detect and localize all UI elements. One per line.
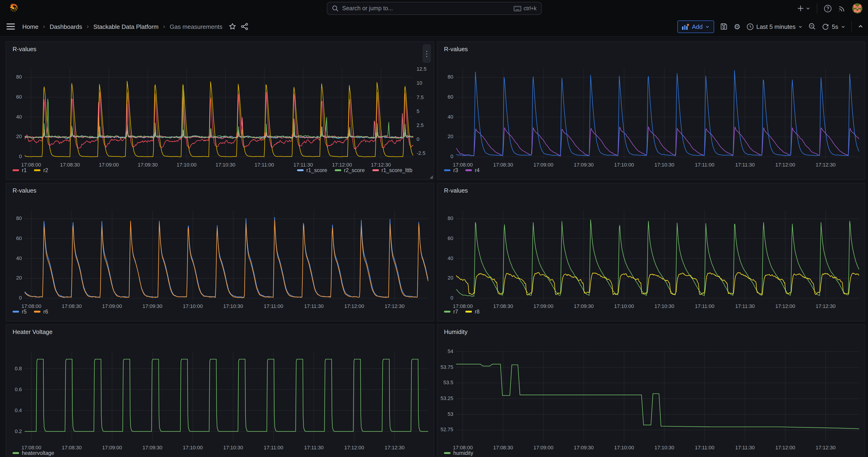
- legend-label: r1_score: [306, 167, 327, 173]
- search-input[interactable]: Search or jump to... ctrl+k: [327, 2, 541, 15]
- y-axis-label: 54: [437, 348, 453, 354]
- y-axis-label: 80: [437, 215, 453, 221]
- x-axis-label: 17:08:30: [62, 303, 82, 309]
- panel-humidity-5: Humidity52.755353.2553.553.755417:08:001…: [437, 324, 865, 457]
- y-axis-label: 52.75: [437, 427, 453, 432]
- series-r2: [25, 81, 413, 157]
- legend-item-r7[interactable]: r7: [444, 309, 458, 314]
- legend-item-r6[interactable]: r6: [34, 309, 48, 314]
- legend: r1r2r1_scorer2_scorer1_score_lttb: [12, 167, 412, 173]
- x-axis-label: 17:09:30: [143, 445, 162, 450]
- legend-item-r2_score[interactable]: r2_score: [335, 167, 365, 173]
- y-axis-label: 20: [437, 275, 453, 281]
- legend-label: r3: [453, 167, 458, 173]
- series-r8: [456, 273, 859, 295]
- legend-label: r6: [43, 309, 48, 314]
- chart-canvas[interactable]: [437, 325, 866, 457]
- x-axis-label: 17:10:30: [654, 445, 674, 450]
- legend-item-r1_score_lttb[interactable]: r1_score_lttb: [372, 167, 412, 173]
- chart-canvas[interactable]: [6, 183, 435, 322]
- legend-item-r4[interactable]: r4: [465, 167, 479, 173]
- legend-item-heatervoltage[interactable]: heatervoltage: [12, 450, 54, 456]
- breadcrumb-dashboards[interactable]: Dashboards: [50, 23, 82, 30]
- help-icon[interactable]: [824, 4, 832, 12]
- legend-item-r5[interactable]: r5: [12, 309, 27, 314]
- x-axis-label: 17:09:00: [533, 162, 554, 167]
- refresh-picker[interactable]: 5s: [822, 23, 845, 30]
- shortcut-hint: ctrl+k: [514, 6, 536, 11]
- x-axis-label: 17:09:30: [138, 162, 158, 167]
- x-axis-label: 17:10:30: [223, 445, 243, 450]
- legend-swatch: [444, 169, 451, 171]
- y-axis-label: 80: [6, 215, 22, 221]
- series-r1_score_lttb: [25, 102, 413, 139]
- chart-canvas[interactable]: [6, 42, 435, 180]
- settings-icon[interactable]: ⚙: [734, 22, 741, 31]
- grafana-logo-icon[interactable]: [9, 3, 19, 13]
- new-plus-button[interactable]: [797, 5, 810, 12]
- avatar[interactable]: [852, 3, 862, 13]
- legend-swatch: [12, 169, 19, 171]
- chevron-up-icon[interactable]: [858, 24, 863, 29]
- y-axis-label: 0.8: [6, 365, 22, 371]
- legend-swatch: [335, 169, 341, 171]
- x-axis-label: 17:12:30: [816, 303, 836, 309]
- x-axis-label: 17:10:00: [614, 303, 634, 309]
- zoom-out-icon[interactable]: [809, 23, 816, 30]
- legend-swatch: [372, 169, 379, 171]
- chart-canvas[interactable]: [6, 325, 435, 457]
- news-rss-icon[interactable]: [838, 5, 846, 12]
- legend-swatch: [465, 169, 472, 171]
- x-axis-label: 17:12:00: [344, 445, 364, 450]
- x-axis-label: 17:09:30: [574, 445, 594, 450]
- y-axis-label: 0.2: [6, 428, 22, 434]
- y-axis-label: 53.25: [437, 395, 453, 401]
- y-axis-label: 40: [437, 114, 453, 119]
- chart-canvas[interactable]: [437, 183, 866, 322]
- add-panel-icon: [682, 24, 689, 30]
- x-axis-label: 17:12:30: [816, 445, 836, 450]
- x-axis-label: 17:10:30: [216, 162, 236, 167]
- y-axis-label: 60: [437, 235, 453, 241]
- legend-item-r8[interactable]: r8: [465, 309, 479, 314]
- legend-label: humidity: [453, 450, 473, 456]
- legend-swatch: [444, 311, 451, 312]
- y-axis-label: 0: [6, 295, 22, 301]
- legend-item-humidity[interactable]: humidity: [444, 450, 473, 456]
- panel-heater-voltage-4: Heater Voltage0.20.40.60.817:08:0017:08:…: [6, 324, 434, 457]
- x-axis-label: 17:08:00: [453, 445, 473, 450]
- legend-item-r2[interactable]: r2: [34, 167, 48, 173]
- legend-swatch: [444, 452, 451, 454]
- clock-icon: [746, 23, 753, 30]
- favorite-star-icon[interactable]: [229, 23, 237, 30]
- dashboard: R-values⋮02040608012.5107.552.50-2.517:0…: [0, 36, 868, 457]
- chevron-down-icon: [806, 6, 810, 11]
- dashboard-nav-bar: Home › Dashboards › Stackable Data Platf…: [0, 17, 868, 37]
- breadcrumb-separator: ›: [43, 23, 45, 30]
- y-axis-label: 0: [6, 153, 22, 159]
- breadcrumb-home[interactable]: Home: [22, 23, 38, 30]
- x-axis-label: 17:11:30: [293, 162, 313, 167]
- y-axis-label: 0: [437, 295, 453, 301]
- x-axis-label: 17:09:30: [574, 162, 594, 167]
- save-icon[interactable]: [720, 23, 728, 30]
- menu-icon[interactable]: [6, 23, 15, 30]
- time-range-picker[interactable]: Last 5 minutes: [746, 23, 802, 30]
- y-axis-label: 80: [6, 74, 22, 80]
- chart-canvas[interactable]: [437, 42, 866, 180]
- x-axis-label: 17:11:00: [264, 303, 283, 309]
- add-button[interactable]: Add: [677, 20, 714, 33]
- legend-item-r3[interactable]: r3: [444, 167, 458, 173]
- legend-label: r2: [43, 167, 48, 173]
- breadcrumb-folder[interactable]: Stackable Data Platform: [93, 23, 158, 30]
- series-r5: [25, 217, 428, 298]
- legend-item-r1_score[interactable]: r1_score: [297, 167, 327, 173]
- divider: [851, 21, 852, 32]
- legend-item-r1[interactable]: r1: [12, 167, 27, 173]
- x-axis-label: 17:08:30: [493, 445, 513, 450]
- x-axis-label: 17:09:00: [533, 303, 554, 309]
- divider: [817, 3, 817, 13]
- y-axis-right-label: 2.5: [416, 122, 424, 128]
- y-axis-label: 53.5: [437, 380, 453, 385]
- share-icon[interactable]: [241, 23, 248, 30]
